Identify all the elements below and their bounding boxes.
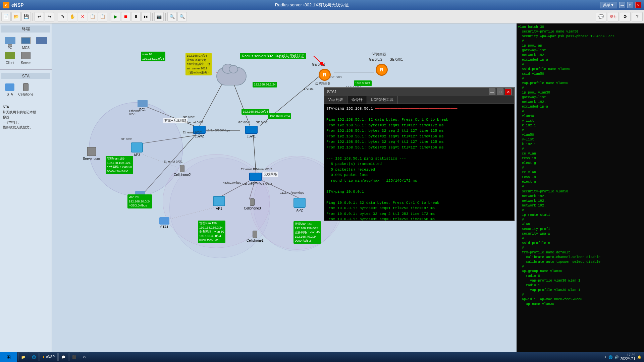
cellphone1-node[interactable]: Cellphone1 <box>247 231 264 242</box>
right-config-bottom: security-profile vlan50 network 192. net… <box>517 188 644 352</box>
device-server[interactable]: Server <box>18 51 33 65</box>
terminal-minimize[interactable]: — <box>489 88 495 95</box>
cellphone2-node[interactable]: Cellphone2 Ethernet 0/0/1 <box>174 165 191 177</box>
net-10-0-1-label: 10.0.0.1/24 <box>354 80 372 86</box>
toolbar-open[interactable]: 📂 <box>11 12 21 21</box>
toolbar-sep4 <box>152 13 153 21</box>
sta-section-title: STA <box>1 73 50 79</box>
tray-notification[interactable]: 🔔 <box>637 355 641 359</box>
toolbar-settings[interactable]: ⚙ <box>620 12 631 21</box>
isp-router-shape: R <box>376 64 388 76</box>
toolbar-redo[interactable]: ↪ <box>45 12 54 21</box>
toolbar-select[interactable]: 🖱 <box>58 12 67 21</box>
canvas-area[interactable]: R GE 0/0/1 边界路由器 R GE 0/0/2 GE 0/0/1 ISP… <box>52 23 517 352</box>
app-logo: e eNSP <box>3 2 24 8</box>
toolbar-stop[interactable]: ⏹ <box>121 12 130 21</box>
taskbar-ensp[interactable]: ● eNSP <box>40 353 58 361</box>
toolbar-hand[interactable]: ✋ <box>68 12 77 21</box>
ap2-node[interactable]: AP2 <box>293 198 306 212</box>
maximize-button[interactable]: □ <box>627 2 633 8</box>
toolbar-run[interactable]: ▶ <box>111 12 120 21</box>
device-pc[interactable]: PC <box>3 36 17 50</box>
terminal-close[interactable]: ✕ <box>505 88 512 95</box>
sta1-terminal[interactable]: STA1 — □ ✕ Vap 列表 命令行 UDP发包工具 STA>ping 1… <box>324 87 515 221</box>
device-monitor2[interactable] <box>35 36 49 50</box>
sta1-node[interactable]: STA1 <box>159 217 169 229</box>
ap2-shape <box>293 198 306 208</box>
toolbar-chat[interactable]: 💬 <box>596 12 606 21</box>
ap3-shape <box>131 142 143 153</box>
lsw2-port2: Ethernet 0/0/2 <box>183 131 202 134</box>
isp-router-label: ISP路由器 <box>371 52 386 57</box>
ap1-mgmt-label: 管理vlan 159192.168.159.0/24业务网络：vlan 3019… <box>198 221 225 243</box>
tab-command[interactable]: 命令行 <box>347 96 367 104</box>
lsw2-node[interactable]: LSW2 Ethernet 0/0/1 Ethernet 0/0/2 GE 0/… <box>193 126 206 138</box>
toolbar-undo[interactable]: ↩ <box>35 12 44 21</box>
net-192-56-200-label: 192.168.56.200/24 <box>241 109 269 115</box>
toolbar-new[interactable]: 📄 <box>1 12 11 21</box>
cellphone-icon <box>23 83 29 91</box>
toolbar-copy[interactable]: 📋 <box>88 12 97 21</box>
device-mcs[interactable]: MCS <box>18 36 33 50</box>
server-com-node[interactable]: Server com <box>83 147 100 161</box>
svg-line-1 <box>200 82 223 126</box>
toolbar-paste[interactable]: 📋 <box>98 12 107 21</box>
windows-taskbar: ⊞ 📁 🌐 ● eNSP 💬 ⬛ 🗂 ∧ 🌐 🔊 17:35 2022/4/21… <box>0 352 644 362</box>
lsw3-port2: Ethernet 0/0/2 <box>253 168 272 171</box>
toolbar-capture[interactable]: 📷 <box>154 12 164 21</box>
lsw3-node[interactable]: LSW3 Ethernet 0/0/1 Ethernet 0/0/2 GE 0/… <box>249 173 262 185</box>
tray-expand[interactable]: ∧ <box>604 355 606 359</box>
border-router-node[interactable]: R GE 0/0/1 边界路由器 <box>319 69 331 81</box>
menu-button[interactable]: 菜单▼ <box>600 2 617 8</box>
ap1-node[interactable]: AP1 <box>213 196 225 210</box>
pc1-node[interactable]: PC1 Ethernet 0/0/1 <box>138 100 148 112</box>
cellphone2-label: Cellphone2 <box>174 173 191 177</box>
close-button[interactable]: ✕ <box>635 2 641 8</box>
terminal-section-title: 终端 <box>1 25 50 33</box>
toolbar-delete[interactable]: ✕ <box>78 12 87 21</box>
cellphone3-node[interactable]: Cellphone3 <box>244 198 261 210</box>
ensp-taskbar-label: eNSP <box>46 355 55 359</box>
tab-udp[interactable]: UDP发包工具 <box>367 96 398 104</box>
toolbar-pause[interactable]: ⏸ <box>131 12 141 21</box>
taskbar-cmd[interactable]: ⬛ <box>69 353 79 361</box>
start-button[interactable]: ⊞ <box>0 352 17 362</box>
ap3-mgmt-label: 管理vlan 159192.168.159.0/24业务网络：vlan 5000… <box>106 156 133 174</box>
terminal-content[interactable]: STA>ping 192.168.56.1 ━━━━━━━━━━━━━━━━━━… <box>324 104 514 221</box>
device-grid-1: PC MCS Client Server <box>1 35 50 66</box>
lsw1-port1: GE 0/0/1 <box>238 121 250 124</box>
toolbar-save[interactable]: 💾 <box>21 12 31 21</box>
ap2-mgmt-label: 管理vlan 159192.168.159.0/24业务网络：vlan 4019… <box>293 221 321 244</box>
cellphone1-shape <box>253 231 257 238</box>
tab-vap-list[interactable]: Vap 列表 <box>324 96 347 104</box>
tray-volume-icon: 🔊 <box>614 355 619 359</box>
terminal-maximize[interactable]: □ <box>497 88 503 95</box>
taskbar-file-explorer[interactable]: 📁 <box>18 353 28 361</box>
toolbar-huawei[interactable]: 华为 <box>608 12 619 21</box>
isp-router-node[interactable]: R GE 0/0/2 GE 0/0/1 ISP路由器 <box>376 64 388 76</box>
speed-2g-label: 11/2.4G/600Mbps <box>206 129 230 132</box>
lsw1-node[interactable]: LSW1 GE 0/0/1 GE 0/0/2 <box>245 126 258 138</box>
taskbar-wechat[interactable]: 💬 <box>58 353 68 361</box>
toolbar-help[interactable]: ? <box>632 12 643 21</box>
cellphone2-shape <box>180 165 184 172</box>
toolbar-zoom-out[interactable]: 🔍 <box>177 12 187 21</box>
toolbar-zoom-in[interactable]: 🔍 <box>167 12 177 21</box>
minimize-button[interactable]: — <box>619 2 625 8</box>
border-router-label: 边界路由器 <box>315 81 330 86</box>
toolbar: 📄 📂 💾 ↩ ↪ 🖱 ✋ ✕ 📋 📋 ▶ ⏹ ⏸ ⏭ 📷 🔍 🔍 💬 华为 ⚙… <box>0 10 644 23</box>
taskbar-other[interactable]: 🗂 <box>80 353 89 361</box>
cellphone3-shape <box>250 198 255 206</box>
device-client[interactable]: Client <box>3 51 17 65</box>
ap3-node[interactable]: AP3 GE 0/0/1 <box>131 142 143 157</box>
terminal-titlebar: STA1 — □ ✕ <box>324 88 514 96</box>
main-area: 终端 PC MCS Client <box>0 23 644 352</box>
cloud-node[interactable] <box>216 67 247 85</box>
server-com-label: Server com <box>83 157 100 161</box>
toolbar-next[interactable]: ⏭ <box>141 12 151 21</box>
taskbar-browser[interactable]: 🌐 <box>29 353 39 361</box>
device-sta[interactable]: STA <box>3 82 17 96</box>
right-config-panel: vlan batch 30 security-profile name vlan… <box>517 23 644 352</box>
cellphone1-label: Cellphone1 <box>247 239 264 242</box>
device-cellphone[interactable]: Cellphone <box>18 82 33 96</box>
